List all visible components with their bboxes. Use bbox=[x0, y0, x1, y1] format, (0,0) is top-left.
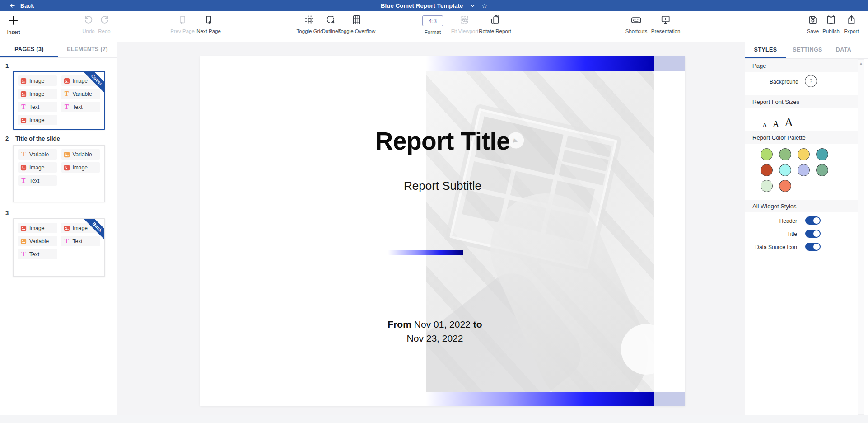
element-chip[interactable]: T Text bbox=[18, 175, 57, 186]
element-chip[interactable]: Image bbox=[18, 223, 57, 233]
element-chip[interactable]: Image bbox=[18, 75, 57, 86]
tab-data[interactable]: DATA bbox=[829, 42, 858, 58]
data-source-icon-toggle[interactable] bbox=[805, 243, 821, 251]
element-chip[interactable]: Image bbox=[61, 162, 101, 173]
cover-badge: Cover bbox=[79, 71, 105, 97]
divider-gradient-bar[interactable] bbox=[388, 250, 463, 255]
document-title: Blue Comet Report Template bbox=[381, 2, 463, 9]
insert-button[interactable]: Insert bbox=[7, 14, 20, 35]
fit-viewport-icon bbox=[459, 14, 470, 25]
top-gradient-bar[interactable] bbox=[426, 56, 654, 71]
outlines-button[interactable]: Outlines bbox=[322, 14, 341, 34]
left-sidebar-tabs: PAGES (3) ELEMENTS (7) bbox=[0, 42, 117, 58]
page-badge: Back bbox=[75, 218, 105, 248]
bottom-gradient-bar[interactable] bbox=[426, 392, 654, 406]
publish-button[interactable]: Publish bbox=[822, 14, 840, 34]
back-button[interactable]: Back bbox=[0, 2, 34, 9]
rotate-report-button[interactable]: Rotate Report bbox=[479, 14, 511, 34]
element-chip[interactable]: T Text bbox=[18, 102, 57, 112]
tab-elements[interactable]: ELEMENTS (7) bbox=[58, 42, 117, 57]
variable-icon: T bbox=[20, 151, 27, 158]
element-chip[interactable]: T Text bbox=[18, 249, 57, 259]
back-badge: Back bbox=[81, 218, 105, 244]
date-range-widget[interactable]: FromNov 01, 2022to Nov 23, 2022 bbox=[200, 317, 670, 345]
variable-image-icon bbox=[64, 151, 70, 158]
aspect-ratio-badge: 4:3 bbox=[422, 15, 443, 26]
sidebar-scrollbar[interactable]: ▲ bbox=[858, 59, 864, 415]
redo-button[interactable]: Redo bbox=[98, 14, 111, 34]
element-chip[interactable]: Variable bbox=[61, 149, 101, 160]
date-line-2: Nov 23, 2022 bbox=[200, 331, 670, 345]
prev-page-button[interactable]: Prev Page bbox=[170, 14, 195, 34]
right-sidebar-tabs: STYLES SETTINGS DATA bbox=[745, 42, 868, 59]
text-icon: T bbox=[20, 104, 27, 110]
shortcuts-button[interactable]: Shortcuts bbox=[625, 14, 648, 34]
tab-settings[interactable]: SETTINGS bbox=[786, 42, 829, 58]
bottom-gradient-tail bbox=[654, 392, 685, 406]
format-button[interactable]: 4:3 Format bbox=[422, 14, 443, 35]
element-chip[interactable]: T Text bbox=[61, 102, 101, 112]
image-icon bbox=[20, 164, 27, 171]
export-button[interactable]: Export bbox=[844, 14, 859, 34]
pages-sidebar: PAGES (3) ELEMENTS (7) 1 Image Image Ima… bbox=[0, 42, 117, 415]
overflow-grid-icon bbox=[351, 14, 362, 25]
presentation-button[interactable]: Presentation bbox=[651, 14, 681, 34]
palette-swatch-9[interactable] bbox=[761, 180, 773, 192]
report-page[interactable]: ▶ Report Title Report Subtitle FromNov 0 bbox=[200, 56, 685, 406]
share-export-icon bbox=[846, 14, 857, 25]
background-swatch[interactable]: ? bbox=[805, 75, 817, 87]
title-toggle-label: Title bbox=[745, 231, 797, 237]
palette-swatch-8[interactable] bbox=[816, 164, 828, 176]
report-subtitle-widget[interactable]: Report Subtitle bbox=[200, 179, 685, 193]
element-chip[interactable]: Variable bbox=[18, 236, 57, 246]
tab-pages[interactable]: PAGES (3) bbox=[0, 42, 58, 57]
palette-swatch-6[interactable] bbox=[779, 164, 791, 176]
palette-swatch-7[interactable] bbox=[798, 164, 810, 176]
toggle-overflow-button[interactable]: Toggle Overflow bbox=[338, 14, 375, 34]
redo-icon bbox=[99, 14, 110, 25]
title-toggle[interactable] bbox=[805, 230, 821, 238]
page-card-3[interactable]: Image Image Variable T Text T Text Back bbox=[13, 218, 105, 277]
palette-swatch-4[interactable] bbox=[816, 148, 828, 160]
header-toggle[interactable] bbox=[805, 216, 821, 225]
font-size-options: A A A bbox=[762, 110, 835, 129]
element-chip[interactable]: Image bbox=[18, 162, 57, 173]
page-card-1[interactable]: Image Image Image T Variable T Text T Te… bbox=[13, 71, 105, 130]
palette-swatch-5[interactable] bbox=[761, 164, 773, 176]
element-chip[interactable]: Image bbox=[18, 115, 57, 125]
save-button[interactable]: Save bbox=[807, 14, 819, 34]
tab-styles[interactable]: STYLES bbox=[745, 42, 786, 58]
section-page: Page bbox=[745, 59, 858, 72]
font-size-medium[interactable]: A bbox=[773, 119, 779, 129]
section-color-palette: Report Color Palette bbox=[745, 131, 858, 144]
palette-swatch-1[interactable] bbox=[761, 148, 773, 160]
image-icon bbox=[64, 164, 70, 171]
image-icon bbox=[20, 117, 27, 123]
scroll-up-icon: ▲ bbox=[859, 61, 863, 414]
keyboard-icon bbox=[630, 14, 642, 25]
next-page-button[interactable]: Next Page bbox=[196, 14, 221, 34]
undo-button[interactable]: Undo bbox=[82, 14, 95, 34]
top-gradient-tail bbox=[654, 56, 685, 71]
fit-viewport-button[interactable]: Fit Viewport bbox=[451, 14, 479, 34]
font-size-small[interactable]: A bbox=[762, 122, 767, 129]
styles-sidebar: STYLES SETTINGS DATA Page Background ? R… bbox=[745, 42, 868, 415]
font-size-large[interactable]: A bbox=[784, 116, 793, 129]
element-chip[interactable]: Image bbox=[18, 89, 57, 99]
element-chip[interactable]: T Variable bbox=[18, 149, 57, 160]
image-icon bbox=[20, 91, 27, 97]
star-icon[interactable]: ☆ bbox=[482, 3, 488, 9]
text-icon: T bbox=[20, 178, 27, 184]
report-title-widget[interactable]: Report Title bbox=[200, 127, 685, 155]
palette-swatch-3[interactable] bbox=[798, 148, 810, 160]
toggle-grid-button[interactable]: Toggle Grid bbox=[297, 14, 323, 34]
page-card-2[interactable]: T Variable Variable Image Image T Text bbox=[13, 145, 105, 202]
rotate-report-icon bbox=[490, 14, 500, 25]
variable-icon: T bbox=[64, 91, 70, 97]
outlines-cursor-icon bbox=[326, 14, 336, 25]
palette-swatch-2[interactable] bbox=[779, 148, 791, 160]
title-bar: Back Blue Comet Report Template ☆ bbox=[0, 0, 868, 11]
data-source-icon-toggle-label: Data Source Icon bbox=[745, 244, 797, 250]
chevron-down-icon[interactable] bbox=[470, 3, 476, 9]
palette-swatch-10[interactable] bbox=[779, 180, 791, 192]
